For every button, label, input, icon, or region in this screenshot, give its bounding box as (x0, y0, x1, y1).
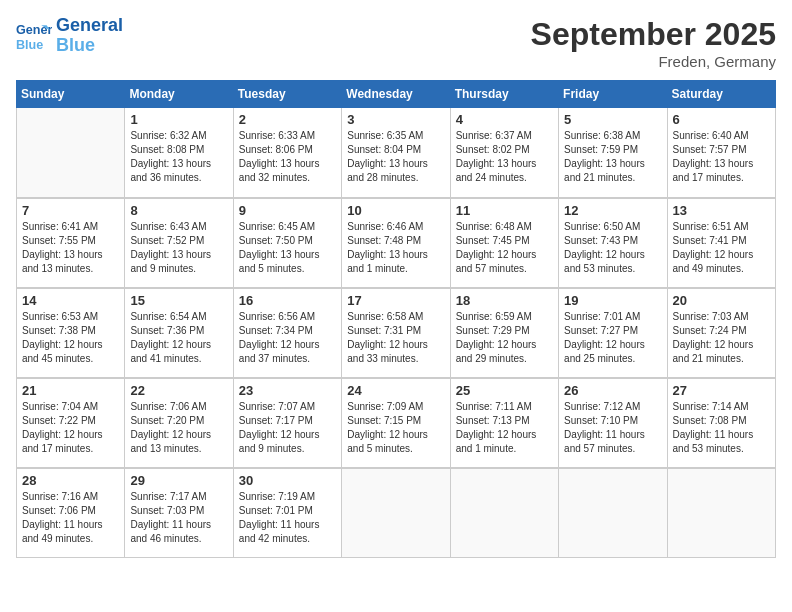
day-number: 27 (673, 383, 770, 398)
col-header-thursday: Thursday (450, 81, 558, 108)
calendar-cell: 11Sunrise: 6:48 AM Sunset: 7:45 PM Dayli… (450, 198, 558, 288)
calendar-week-row: 1Sunrise: 6:32 AM Sunset: 8:08 PM Daylig… (17, 108, 776, 198)
day-number: 25 (456, 383, 553, 398)
day-info: Sunrise: 6:48 AM Sunset: 7:45 PM Dayligh… (456, 220, 553, 276)
calendar-cell: 4Sunrise: 6:37 AM Sunset: 8:02 PM Daylig… (450, 108, 558, 198)
calendar-cell: 28Sunrise: 7:16 AM Sunset: 7:06 PM Dayli… (17, 468, 125, 558)
day-info: Sunrise: 7:09 AM Sunset: 7:15 PM Dayligh… (347, 400, 444, 456)
day-info: Sunrise: 7:01 AM Sunset: 7:27 PM Dayligh… (564, 310, 661, 366)
calendar-cell (559, 468, 667, 558)
calendar-cell: 17Sunrise: 6:58 AM Sunset: 7:31 PM Dayli… (342, 288, 450, 378)
calendar-cell (342, 468, 450, 558)
calendar-cell: 8Sunrise: 6:43 AM Sunset: 7:52 PM Daylig… (125, 198, 233, 288)
calendar-cell: 26Sunrise: 7:12 AM Sunset: 7:10 PM Dayli… (559, 378, 667, 468)
day-number: 22 (130, 383, 227, 398)
day-info: Sunrise: 6:35 AM Sunset: 8:04 PM Dayligh… (347, 129, 444, 185)
calendar-cell: 16Sunrise: 6:56 AM Sunset: 7:34 PM Dayli… (233, 288, 341, 378)
calendar-cell: 1Sunrise: 6:32 AM Sunset: 8:08 PM Daylig… (125, 108, 233, 198)
day-number: 5 (564, 112, 661, 127)
day-info: Sunrise: 7:04 AM Sunset: 7:22 PM Dayligh… (22, 400, 119, 456)
day-info: Sunrise: 6:43 AM Sunset: 7:52 PM Dayligh… (130, 220, 227, 276)
calendar-cell: 7Sunrise: 6:41 AM Sunset: 7:55 PM Daylig… (17, 198, 125, 288)
day-info: Sunrise: 6:32 AM Sunset: 8:08 PM Dayligh… (130, 129, 227, 185)
month-title: September 2025 (531, 16, 776, 53)
calendar-week-row: 14Sunrise: 6:53 AM Sunset: 7:38 PM Dayli… (17, 288, 776, 378)
calendar-cell: 10Sunrise: 6:46 AM Sunset: 7:48 PM Dayli… (342, 198, 450, 288)
day-number: 4 (456, 112, 553, 127)
day-number: 9 (239, 203, 336, 218)
day-info: Sunrise: 6:45 AM Sunset: 7:50 PM Dayligh… (239, 220, 336, 276)
day-number: 26 (564, 383, 661, 398)
calendar-cell: 25Sunrise: 7:11 AM Sunset: 7:13 PM Dayli… (450, 378, 558, 468)
col-header-saturday: Saturday (667, 81, 775, 108)
day-number: 24 (347, 383, 444, 398)
calendar-cell (450, 468, 558, 558)
col-header-sunday: Sunday (17, 81, 125, 108)
calendar-cell: 18Sunrise: 6:59 AM Sunset: 7:29 PM Dayli… (450, 288, 558, 378)
day-number: 3 (347, 112, 444, 127)
calendar-cell: 5Sunrise: 6:38 AM Sunset: 7:59 PM Daylig… (559, 108, 667, 198)
day-number: 19 (564, 293, 661, 308)
calendar-cell: 6Sunrise: 6:40 AM Sunset: 7:57 PM Daylig… (667, 108, 775, 198)
calendar-cell: 3Sunrise: 6:35 AM Sunset: 8:04 PM Daylig… (342, 108, 450, 198)
day-number: 10 (347, 203, 444, 218)
calendar-cell: 21Sunrise: 7:04 AM Sunset: 7:22 PM Dayli… (17, 378, 125, 468)
day-info: Sunrise: 7:11 AM Sunset: 7:13 PM Dayligh… (456, 400, 553, 456)
col-header-friday: Friday (559, 81, 667, 108)
svg-text:Blue: Blue (16, 37, 43, 51)
day-number: 6 (673, 112, 770, 127)
calendar-cell (667, 468, 775, 558)
day-info: Sunrise: 6:41 AM Sunset: 7:55 PM Dayligh… (22, 220, 119, 276)
logo-line2: Blue (56, 35, 95, 55)
day-info: Sunrise: 7:14 AM Sunset: 7:08 PM Dayligh… (673, 400, 770, 456)
day-info: Sunrise: 6:51 AM Sunset: 7:41 PM Dayligh… (673, 220, 770, 276)
day-number: 29 (130, 473, 227, 488)
day-number: 21 (22, 383, 119, 398)
calendar-week-row: 21Sunrise: 7:04 AM Sunset: 7:22 PM Dayli… (17, 378, 776, 468)
calendar-cell: 13Sunrise: 6:51 AM Sunset: 7:41 PM Dayli… (667, 198, 775, 288)
calendar-cell: 30Sunrise: 7:19 AM Sunset: 7:01 PM Dayli… (233, 468, 341, 558)
calendar-cell: 19Sunrise: 7:01 AM Sunset: 7:27 PM Dayli… (559, 288, 667, 378)
calendar-body: 1Sunrise: 6:32 AM Sunset: 8:08 PM Daylig… (17, 108, 776, 558)
day-info: Sunrise: 6:46 AM Sunset: 7:48 PM Dayligh… (347, 220, 444, 276)
day-number: 8 (130, 203, 227, 218)
day-info: Sunrise: 7:19 AM Sunset: 7:01 PM Dayligh… (239, 490, 336, 546)
day-info: Sunrise: 7:07 AM Sunset: 7:17 PM Dayligh… (239, 400, 336, 456)
day-number: 13 (673, 203, 770, 218)
logo: General Blue General Blue (16, 16, 123, 56)
calendar-cell: 12Sunrise: 6:50 AM Sunset: 7:43 PM Dayli… (559, 198, 667, 288)
col-header-monday: Monday (125, 81, 233, 108)
day-number: 14 (22, 293, 119, 308)
day-info: Sunrise: 6:56 AM Sunset: 7:34 PM Dayligh… (239, 310, 336, 366)
day-number: 11 (456, 203, 553, 218)
day-number: 28 (22, 473, 119, 488)
calendar-cell: 14Sunrise: 6:53 AM Sunset: 7:38 PM Dayli… (17, 288, 125, 378)
location-subtitle: Freden, Germany (531, 53, 776, 70)
day-number: 20 (673, 293, 770, 308)
day-number: 1 (130, 112, 227, 127)
day-number: 7 (22, 203, 119, 218)
calendar-cell: 29Sunrise: 7:17 AM Sunset: 7:03 PM Dayli… (125, 468, 233, 558)
day-number: 15 (130, 293, 227, 308)
day-info: Sunrise: 6:59 AM Sunset: 7:29 PM Dayligh… (456, 310, 553, 366)
calendar-week-row: 28Sunrise: 7:16 AM Sunset: 7:06 PM Dayli… (17, 468, 776, 558)
calendar-week-row: 7Sunrise: 6:41 AM Sunset: 7:55 PM Daylig… (17, 198, 776, 288)
day-info: Sunrise: 7:03 AM Sunset: 7:24 PM Dayligh… (673, 310, 770, 366)
calendar-cell: 24Sunrise: 7:09 AM Sunset: 7:15 PM Dayli… (342, 378, 450, 468)
day-info: Sunrise: 6:38 AM Sunset: 7:59 PM Dayligh… (564, 129, 661, 185)
calendar-cell: 2Sunrise: 6:33 AM Sunset: 8:06 PM Daylig… (233, 108, 341, 198)
day-number: 16 (239, 293, 336, 308)
logo-line1: General (56, 15, 123, 35)
calendar-table: SundayMondayTuesdayWednesdayThursdayFrid… (16, 80, 776, 558)
col-header-wednesday: Wednesday (342, 81, 450, 108)
calendar-cell (17, 108, 125, 198)
day-info: Sunrise: 6:54 AM Sunset: 7:36 PM Dayligh… (130, 310, 227, 366)
calendar-cell: 20Sunrise: 7:03 AM Sunset: 7:24 PM Dayli… (667, 288, 775, 378)
title-area: September 2025 Freden, Germany (531, 16, 776, 70)
day-number: 18 (456, 293, 553, 308)
day-info: Sunrise: 7:06 AM Sunset: 7:20 PM Dayligh… (130, 400, 227, 456)
calendar-cell: 9Sunrise: 6:45 AM Sunset: 7:50 PM Daylig… (233, 198, 341, 288)
day-info: Sunrise: 6:40 AM Sunset: 7:57 PM Dayligh… (673, 129, 770, 185)
day-number: 17 (347, 293, 444, 308)
calendar-cell: 27Sunrise: 7:14 AM Sunset: 7:08 PM Dayli… (667, 378, 775, 468)
